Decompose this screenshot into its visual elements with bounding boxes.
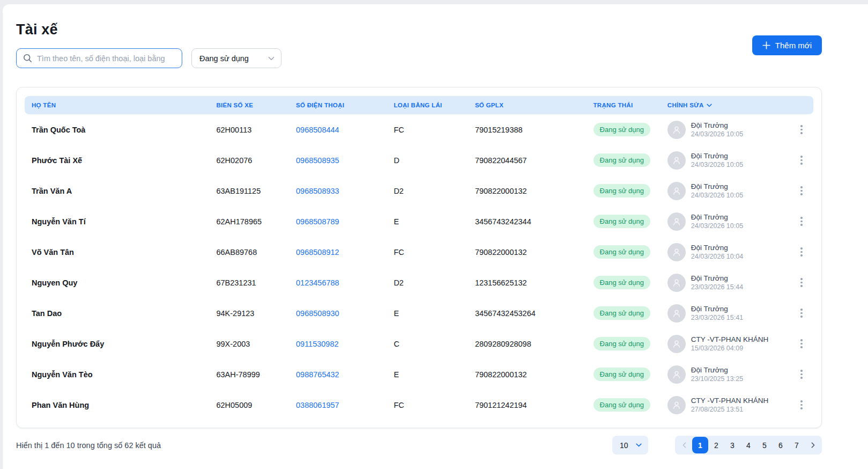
avatar	[667, 274, 686, 292]
license-type: D2	[394, 279, 475, 287]
page-button-7[interactable]: 7	[789, 437, 805, 453]
phone-link[interactable]: 0968508930	[296, 309, 394, 318]
edited-date: 23/03/2026 15:44	[691, 283, 743, 291]
row-menu-icon[interactable]	[797, 152, 806, 168]
status-filter-select[interactable]: Đang sử dụng	[191, 48, 281, 68]
editor-name: Đội Trưởng	[691, 274, 743, 282]
edited-date: 23/03/2026 15:41	[691, 314, 743, 321]
edited-date: 23/10/2025 13:25	[691, 375, 743, 383]
page-button-5[interactable]: 5	[756, 437, 773, 453]
editor-name: CTY -VT-PHAN KHÁNH	[691, 335, 769, 343]
edited-date: 27/08/2025 13:51	[691, 406, 769, 413]
avatar	[667, 365, 686, 384]
plate-number: 94K-29123	[216, 309, 296, 318]
status-badge: Đang sử dụng	[593, 123, 650, 136]
row-menu-icon[interactable]	[797, 244, 806, 260]
row-menu-icon[interactable]	[797, 367, 806, 382]
page-size-select[interactable]: 10	[612, 436, 648, 455]
search-input[interactable]	[37, 54, 176, 63]
table-header-row: HỌ TÊN BIỂN SỐ XE SỐ ĐIỆN THOẠI LOẠI BẰN…	[25, 96, 813, 114]
phone-link[interactable]: 0388061957	[296, 401, 394, 409]
driver-name: Trần Văn A	[25, 187, 216, 195]
row-menu-icon[interactable]	[797, 305, 806, 321]
search-icon	[23, 54, 32, 63]
plate-number: 62AH178965	[216, 217, 296, 226]
table-footer: Hiển thị 1 đến 10 trong tổng số 62 kết q…	[16, 436, 822, 455]
avatar	[667, 121, 686, 139]
editor-name: Đội Trưởng	[691, 244, 743, 252]
col-header-plate[interactable]: BIỂN SỐ XE	[216, 102, 296, 108]
row-menu-icon[interactable]	[797, 214, 806, 229]
editor-name: Đội Trưởng	[691, 121, 743, 129]
row-menu-icon[interactable]	[797, 183, 806, 199]
plate-number: 62H00113	[216, 126, 296, 134]
status-badge: Đang sử dụng	[593, 306, 650, 320]
drivers-table-card: HỌ TÊN BIỂN SỐ XE SỐ ĐIỆN THOẠI LOẠI BẰN…	[16, 87, 822, 428]
edited-date: 24/03/2026 10:05	[691, 192, 743, 199]
page-button-4[interactable]: 4	[740, 437, 756, 453]
col-header-status[interactable]: TRẠNG THÁI	[593, 102, 667, 108]
sort-chevron-down-icon	[707, 104, 712, 107]
next-page-button[interactable]	[805, 437, 821, 453]
add-new-button[interactable]: Thêm mới	[752, 35, 822, 55]
phone-link[interactable]: 0968508912	[296, 248, 394, 257]
phone-link[interactable]: 0968508789	[296, 217, 394, 226]
driver-name: Phan Văn Hùng	[25, 401, 216, 409]
col-header-license[interactable]: LOẠI BẰNG LÁI	[394, 102, 475, 108]
row-menu-icon[interactable]	[797, 122, 806, 137]
table-row: Trần Văn A 63AB191125 0968508933 D2 7908…	[25, 175, 813, 206]
table-row: Nguyễn Phước Đẩy 99X-2003 0911530982 C 2…	[25, 328, 813, 359]
row-menu-icon[interactable]	[797, 336, 806, 351]
avatar	[667, 243, 686, 261]
toolbar: Đang sử dụng	[16, 48, 822, 68]
col-header-phone[interactable]: SỐ ĐIỆN THOẠI	[296, 102, 394, 108]
table-row: Nguyễn Văn Tí 62AH178965 0968508789 E 34…	[25, 206, 813, 237]
plate-number: 63AB191125	[216, 187, 296, 195]
editor-name: Đội Trưởng	[691, 213, 743, 221]
phone-link[interactable]: 0968508444	[296, 126, 394, 134]
prev-page-button[interactable]	[676, 437, 692, 453]
driver-name: Nguyễn Văn Tèo	[25, 370, 216, 379]
phone-link[interactable]: 0911530982	[296, 340, 394, 348]
license-type: E	[394, 309, 475, 318]
plate-number: 99X-2003	[216, 340, 296, 348]
phone-link[interactable]: 0123456788	[296, 279, 394, 287]
search-box[interactable]	[16, 48, 182, 68]
driver-name: Nguyen Quy	[25, 279, 216, 287]
license-type: FC	[394, 401, 475, 409]
row-menu-icon[interactable]	[797, 275, 806, 290]
person-icon	[672, 217, 681, 226]
col-header-edited[interactable]: CHỈNH SỬA	[667, 102, 790, 108]
gplx-number: 790822000132	[475, 187, 593, 195]
license-type: D	[394, 156, 475, 165]
page-title: Tài xế	[16, 21, 822, 38]
edited-date: 24/03/2026 10:05	[691, 161, 743, 168]
driver-name: Phước Tài Xế	[25, 156, 216, 165]
page-button-6[interactable]: 6	[773, 437, 789, 453]
editor-name: Đội Trưởng	[691, 305, 743, 313]
plate-number: 62H02076	[216, 156, 296, 165]
status-filter-value: Đang sử dụng	[199, 54, 249, 63]
avatar	[667, 335, 686, 353]
gplx-number: 2809280928098	[475, 340, 593, 348]
row-menu-icon[interactable]	[797, 397, 806, 413]
col-header-gplx[interactable]: SỐ GPLX	[475, 102, 593, 108]
gplx-number: 790121242194	[475, 401, 593, 409]
page-button-1[interactable]: 1	[692, 437, 708, 453]
license-type: FC	[394, 248, 475, 257]
license-type: E	[394, 217, 475, 226]
license-type: FC	[394, 126, 475, 134]
editor-name: CTY -VT-PHAN KHÁNH	[691, 397, 769, 405]
page-button-2[interactable]: 2	[708, 437, 724, 453]
status-badge: Đang sử dụng	[593, 215, 650, 228]
phone-link[interactable]: 0968508935	[296, 156, 394, 165]
phone-link[interactable]: 0988765432	[296, 370, 394, 379]
phone-link[interactable]: 0968508933	[296, 187, 394, 195]
col-header-name[interactable]: HỌ TÊN	[25, 102, 216, 108]
driver-name: Nguyễn Văn Tí	[25, 217, 216, 226]
status-badge: Đang sử dụng	[593, 276, 650, 289]
status-badge: Đang sử dụng	[593, 337, 650, 350]
page-button-3[interactable]: 3	[724, 437, 740, 453]
driver-name: Trần Quốc Toà	[25, 126, 216, 134]
gplx-number: 34567432453264	[475, 309, 593, 318]
